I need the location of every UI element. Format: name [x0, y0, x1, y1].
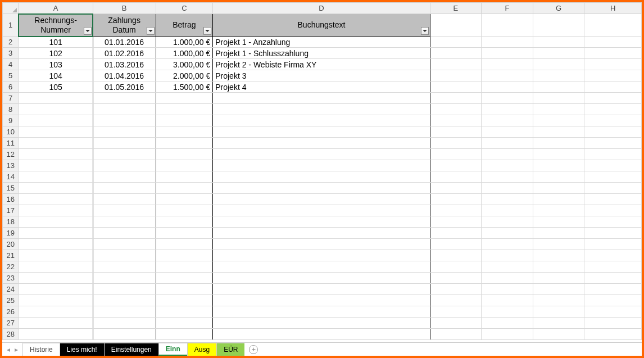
row-header-8[interactable]: 8: [3, 104, 19, 115]
row-header-3[interactable]: 3: [3, 48, 19, 59]
cell-H3[interactable]: [584, 48, 642, 59]
cell-H15[interactable]: [584, 183, 642, 194]
cell-G2[interactable]: [533, 37, 584, 48]
cell-G1[interactable]: [533, 14, 584, 37]
cell-A17[interactable]: [19, 205, 93, 216]
cell-G10[interactable]: [533, 126, 584, 138]
cell-C5[interactable]: 2.000,00 €: [156, 70, 213, 81]
cell-H20[interactable]: [584, 239, 642, 250]
cell-G19[interactable]: [533, 228, 584, 239]
cell-D6[interactable]: Projekt 4: [213, 81, 430, 93]
cell-A24[interactable]: [19, 284, 93, 295]
cell-C17[interactable]: [156, 205, 213, 216]
cell-G14[interactable]: [533, 171, 584, 183]
row-header-21[interactable]: 21: [3, 250, 19, 261]
row-header-5[interactable]: 5: [3, 70, 19, 81]
cell-E10[interactable]: [430, 126, 482, 138]
cell-A13[interactable]: [19, 160, 93, 171]
cell-D14[interactable]: [213, 171, 430, 183]
cell-G16[interactable]: [533, 194, 584, 205]
cell-B9[interactable]: [93, 115, 156, 126]
col-header-H[interactable]: H: [584, 3, 642, 14]
cell-F5[interactable]: [482, 70, 533, 81]
cell-D1-header[interactable]: Buchungstext: [213, 14, 430, 37]
row-header-20[interactable]: 20: [3, 239, 19, 250]
tab-einn[interactable]: Einn: [158, 343, 188, 356]
cell-A7[interactable]: [19, 93, 93, 104]
tab-einstellungen[interactable]: Einstellungen: [104, 343, 159, 356]
cell-A22[interactable]: [19, 261, 93, 273]
cell-C21[interactable]: [156, 250, 213, 261]
cell-A8[interactable]: [19, 104, 93, 115]
cell-B19[interactable]: [93, 228, 156, 239]
cell-E7[interactable]: [430, 93, 482, 104]
cell-G18[interactable]: [533, 216, 584, 228]
cell-H25[interactable]: [584, 295, 642, 306]
cell-G12[interactable]: [533, 149, 584, 160]
cell-C27[interactable]: [156, 318, 213, 329]
tab-next-icon[interactable]: ▸: [15, 346, 18, 354]
cell-B14[interactable]: [93, 171, 156, 183]
cell-C1-header[interactable]: Betrag: [156, 14, 213, 37]
row-header-4[interactable]: 4: [3, 59, 19, 70]
cell-C9[interactable]: [156, 115, 213, 126]
cell-C6[interactable]: 1.500,00 €: [156, 81, 213, 93]
cell-B28[interactable]: [93, 329, 156, 340]
col-header-G[interactable]: G: [533, 3, 584, 14]
cell-A23[interactable]: [19, 273, 93, 284]
cell-F15[interactable]: [482, 183, 533, 194]
cell-G8[interactable]: [533, 104, 584, 115]
cell-A15[interactable]: [19, 183, 93, 194]
cell-E19[interactable]: [430, 228, 482, 239]
row-header-2[interactable]: 2: [3, 37, 19, 48]
cell-C24[interactable]: [156, 284, 213, 295]
cell-H4[interactable]: [584, 59, 642, 70]
cell-E13[interactable]: [430, 160, 482, 171]
tab-prev-icon[interactable]: ◂: [7, 346, 10, 354]
cell-B23[interactable]: [93, 273, 156, 284]
cell-G4[interactable]: [533, 59, 584, 70]
row-header-26[interactable]: 26: [3, 306, 19, 318]
cell-D24[interactable]: [213, 284, 430, 295]
cell-D12[interactable]: [213, 149, 430, 160]
cell-D21[interactable]: [213, 250, 430, 261]
cell-B20[interactable]: [93, 239, 156, 250]
row-header-12[interactable]: 12: [3, 149, 19, 160]
cell-D27[interactable]: [213, 318, 430, 329]
cell-D8[interactable]: [213, 104, 430, 115]
cell-D11[interactable]: [213, 138, 430, 149]
row-header-6[interactable]: 6: [3, 81, 19, 93]
col-header-E[interactable]: E: [430, 3, 482, 14]
cell-E21[interactable]: [430, 250, 482, 261]
cell-A12[interactable]: [19, 149, 93, 160]
cell-H8[interactable]: [584, 104, 642, 115]
cell-E9[interactable]: [430, 115, 482, 126]
row-header-1[interactable]: 1: [3, 14, 19, 37]
cell-A16[interactable]: [19, 194, 93, 205]
cell-E5[interactable]: [430, 70, 482, 81]
cell-E26[interactable]: [430, 306, 482, 318]
cell-B18[interactable]: [93, 216, 156, 228]
cell-A28[interactable]: [19, 329, 93, 340]
cell-B24[interactable]: [93, 284, 156, 295]
cell-C25[interactable]: [156, 295, 213, 306]
cell-H10[interactable]: [584, 126, 642, 138]
cell-B25[interactable]: [93, 295, 156, 306]
cell-E28[interactable]: [430, 329, 482, 340]
cell-B4[interactable]: 01.03.2016: [93, 59, 156, 70]
tab-historie[interactable]: Historie: [22, 343, 60, 356]
filter-icon[interactable]: [421, 27, 429, 35]
row-header-28[interactable]: 28: [3, 329, 19, 340]
cell-E27[interactable]: [430, 318, 482, 329]
cell-C14[interactable]: [156, 171, 213, 183]
row-header-14[interactable]: 14: [3, 171, 19, 183]
cell-D9[interactable]: [213, 115, 430, 126]
cell-A1-header[interactable]: Rechnungs- Nummer: [19, 14, 93, 37]
cell-F19[interactable]: [482, 228, 533, 239]
cell-B16[interactable]: [93, 194, 156, 205]
cell-B1-header[interactable]: Zahlungs Datum: [93, 14, 156, 37]
cell-A20[interactable]: [19, 239, 93, 250]
cell-D25[interactable]: [213, 295, 430, 306]
cell-H14[interactable]: [584, 171, 642, 183]
cell-C4[interactable]: 3.000,00 €: [156, 59, 213, 70]
